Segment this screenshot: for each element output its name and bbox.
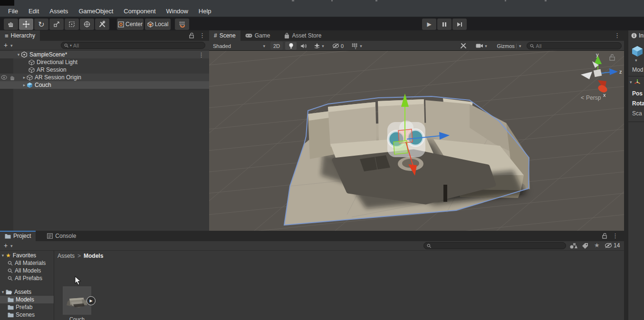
hierarchy-row-ar-session[interactable]: AR Session [0, 66, 209, 74]
axis-z-label: z [619, 69, 622, 75]
tab-asset-store[interactable]: Asset Store [279, 30, 326, 41]
menu-window[interactable]: Window [161, 6, 193, 17]
gizmos-dropdown[interactable]: Gizmos ▾ [493, 42, 525, 50]
project-hidden-count[interactable]: 14 [605, 242, 620, 249]
expand-caret-icon[interactable]: ▸ [22, 75, 27, 80]
hand-tool-button[interactable] [4, 19, 18, 30]
tab-hierarchy[interactable]: ≡ Hierarchy [0, 30, 40, 41]
hierarchy-menu-icon[interactable]: ⋮ [199, 32, 205, 39]
favorite-all-models[interactable]: All Models [0, 267, 54, 274]
scene-search[interactable] [527, 42, 622, 49]
favorite-all-materials[interactable]: All Materials [0, 259, 54, 267]
project-search[interactable] [423, 242, 566, 249]
folder-prefab[interactable]: Prefab [0, 303, 54, 311]
projection-toggle[interactable]: < Persp [581, 94, 601, 101]
expand-caret-icon[interactable]: ▾ [16, 52, 21, 57]
titlebar-text-fragment [505, 0, 506, 1]
expand-caret-icon[interactable]: ▾ [0, 253, 6, 258]
hierarchy-row-scene[interactable]: ▾ SampleScene* ⋮ [0, 51, 209, 58]
hierarchy-list-icon: ≡ [5, 32, 9, 39]
favorites-star-icon[interactable]: ★ [594, 242, 600, 249]
prefab-model-label: Mod [632, 66, 643, 73]
play-button[interactable]: ▶ [422, 19, 436, 30]
grid-snapping-button[interactable] [175, 19, 189, 30]
panel-divider[interactable] [624, 30, 628, 320]
hierarchy-create-caret[interactable]: ▾ [10, 43, 13, 48]
tab-game[interactable]: Game [240, 30, 275, 41]
project-toolbar: + ▾ ★ 14 [0, 241, 624, 251]
breadcrumb-current[interactable]: Models [84, 253, 103, 259]
project-create-caret[interactable]: ▾ [10, 244, 13, 248]
scene-effects-dropdown[interactable]: ▾ [310, 42, 328, 50]
assets-root[interactable]: ▾ Assets [0, 288, 54, 296]
hierarchy-row-ar-session-origin[interactable]: ▸ AR Session Origin [0, 74, 209, 81]
menu-help[interactable]: Help [193, 6, 217, 17]
pivot-center-button[interactable]: Center [117, 19, 144, 30]
search-by-type-icon[interactable] [569, 243, 577, 249]
move-tool-button[interactable] [19, 19, 33, 30]
2d-toggle-button[interactable]: 2D [270, 42, 283, 50]
scene-options-icon[interactable]: ⋮ [198, 51, 204, 58]
expand-caret-icon[interactable]: ▸ [22, 83, 27, 87]
scale-tool-button[interactable] [49, 19, 64, 30]
titlebar-text-fragment [331, 0, 333, 1]
hierarchy-create-button[interactable]: + [4, 41, 8, 49]
favorite-all-prefabs[interactable]: All Prefabs [0, 274, 54, 282]
scene-grid-dropdown[interactable]: Y ▾ [347, 42, 366, 50]
menu-edit[interactable]: Edit [23, 6, 44, 17]
breadcrumb: Assets > Models [58, 253, 103, 259]
project-menu-icon[interactable]: ⋮ [612, 232, 618, 239]
asset-play-button[interactable]: ▶ [87, 296, 96, 305]
asset-couch-thumbnail[interactable]: ▶ [63, 286, 91, 315]
scene-viewport[interactable]: y z x < Persp [209, 51, 624, 231]
hierarchy-row-directional-light[interactable]: Directional Light [0, 58, 209, 66]
visibility-eye-icon[interactable] [1, 75, 7, 80]
unlock-icon[interactable] [189, 32, 194, 38]
transform-component-header[interactable]: ▾ [630, 79, 641, 85]
rect-tool-button[interactable] [65, 19, 79, 30]
scene-lighting-button[interactable] [285, 42, 297, 50]
folder-label: Models [16, 296, 34, 303]
scene-render: y z x [209, 51, 624, 231]
custom-tool-button[interactable] [95, 19, 109, 30]
project-panel: Project Console ⋮ + ▾ ★ 14 [0, 231, 624, 320]
project-create-button[interactable]: + [4, 242, 8, 249]
row-label: Couch [35, 82, 51, 88]
menu-file[interactable]: File [3, 6, 23, 17]
transform-foldout-caret[interactable]: ▾ [630, 80, 632, 85]
favorites-root[interactable]: ▾ ★ Favorites [0, 252, 54, 259]
tab-console[interactable]: Console [42, 231, 81, 241]
folder-models[interactable]: Models [0, 296, 54, 303]
scene-tools-button[interactable] [457, 42, 470, 50]
breadcrumb-root[interactable]: Assets [58, 253, 75, 259]
hierarchy-search[interactable]: ▾ [61, 42, 205, 49]
search-by-label-icon[interactable] [582, 243, 588, 249]
folder-scenes[interactable]: Scenes [0, 311, 54, 319]
draw-mode-dropdown[interactable]: Shaded ▾ [211, 42, 268, 50]
menu-assets[interactable]: Assets [44, 6, 73, 17]
scene-menu-icon[interactable]: ⋮ [614, 32, 620, 39]
tab-project[interactable]: Project [0, 231, 36, 241]
rotate-tool-button[interactable]: ↻ [34, 19, 48, 30]
pause-button[interactable] [437, 19, 452, 30]
scene-camera-dropdown[interactable]: ▾ [471, 42, 491, 50]
hierarchy-row-couch[interactable]: ▸ Couch [0, 81, 209, 89]
prefab-icon-caret[interactable]: ▾ [635, 58, 637, 63]
scene-visibility-toggle[interactable]: 0 [330, 42, 346, 50]
menu-component[interactable]: Component [118, 6, 161, 17]
tab-scene[interactable]: # Scene [209, 30, 240, 41]
scene-audio-button[interactable] [298, 42, 309, 50]
project-search-input[interactable] [433, 243, 563, 249]
unlock-icon[interactable] [602, 233, 607, 239]
scene-search-input[interactable] [536, 43, 618, 49]
search-filter-caret[interactable]: ▾ [70, 44, 72, 47]
hierarchy-search-input[interactable] [73, 43, 202, 48]
transform-tool-button[interactable] [80, 19, 94, 30]
tab-inspector[interactable]: Ins [628, 30, 644, 41]
pickability-hand-icon[interactable] [10, 75, 15, 80]
expand-caret-icon[interactable]: ▾ [0, 290, 6, 294]
step-button[interactable] [452, 19, 467, 30]
rotation-local-button[interactable]: Local [145, 19, 171, 30]
menu-gameobject[interactable]: GameObject [73, 6, 118, 17]
project-tab-label: Project [13, 233, 31, 239]
